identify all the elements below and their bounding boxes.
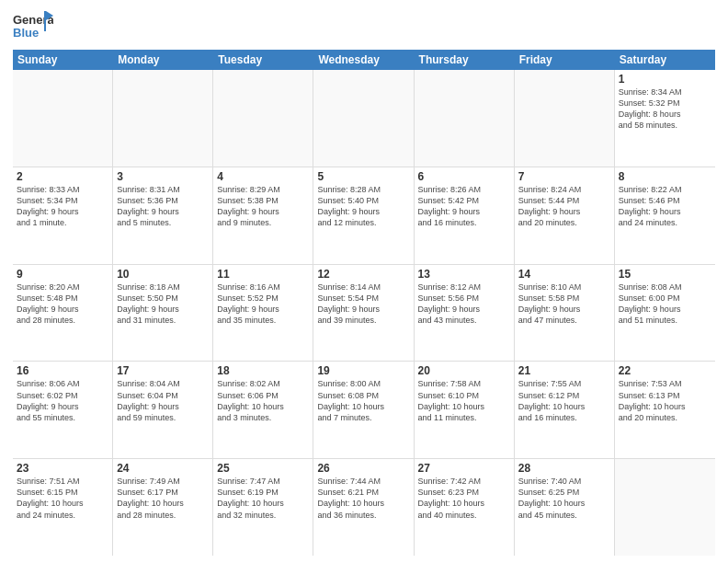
day-info: Sunrise: 8:20 AM Sunset: 5:48 PM Dayligh… [17, 282, 108, 327]
day-info: Sunrise: 7:51 AM Sunset: 6:15 PM Dayligh… [17, 476, 108, 521]
day-info: Sunrise: 8:34 AM Sunset: 5:32 PM Dayligh… [619, 86, 711, 132]
day-info: Sunrise: 8:06 AM Sunset: 6:02 PM Dayligh… [17, 378, 108, 423]
day-number: 22 [619, 364, 711, 377]
day-info: Sunrise: 8:12 AM Sunset: 5:56 PM Dayligh… [418, 282, 510, 327]
calendar-row-4: 23Sunrise: 7:51 AM Sunset: 6:15 PM Dayli… [13, 459, 715, 556]
day-number: 28 [518, 462, 610, 475]
day-info: Sunrise: 8:04 AM Sunset: 6:04 PM Dayligh… [117, 378, 209, 423]
day-info: Sunrise: 8:00 AM Sunset: 6:08 PM Dayligh… [317, 378, 409, 423]
day-cell-28: 28Sunrise: 7:40 AM Sunset: 6:25 PM Dayli… [515, 459, 615, 556]
day-number: 8 [619, 170, 711, 183]
day-number: 5 [317, 170, 409, 183]
day-cell-9: 9Sunrise: 8:20 AM Sunset: 5:48 PM Daylig… [13, 265, 113, 362]
day-cell-14: 14Sunrise: 8:10 AM Sunset: 5:58 PM Dayli… [515, 265, 615, 362]
day-info: Sunrise: 8:18 AM Sunset: 5:50 PM Dayligh… [117, 282, 209, 327]
day-info: Sunrise: 8:33 AM Sunset: 5:34 PM Dayligh… [17, 184, 108, 229]
day-cell-24: 24Sunrise: 7:49 AM Sunset: 6:17 PM Dayli… [113, 459, 213, 556]
empty-cell [13, 70, 113, 167]
day-info: Sunrise: 8:22 AM Sunset: 5:46 PM Dayligh… [619, 184, 711, 229]
day-number: 6 [418, 170, 510, 183]
day-number: 7 [518, 170, 610, 183]
day-info: Sunrise: 8:31 AM Sunset: 5:36 PM Dayligh… [117, 184, 209, 229]
svg-rect-3 [44, 11, 46, 31]
day-cell-22: 22Sunrise: 7:53 AM Sunset: 6:13 PM Dayli… [615, 362, 715, 458]
day-number: 26 [317, 462, 409, 475]
day-number: 13 [418, 268, 510, 281]
weekday-header-thursday: Thursday [415, 50, 515, 70]
day-number: 3 [117, 170, 209, 183]
day-info: Sunrise: 7:49 AM Sunset: 6:17 PM Dayligh… [117, 476, 209, 521]
day-cell-15: 15Sunrise: 8:08 AM Sunset: 6:00 PM Dayli… [615, 265, 715, 362]
day-number: 9 [17, 268, 108, 281]
day-number: 17 [117, 364, 209, 377]
day-cell-6: 6Sunrise: 8:26 AM Sunset: 5:42 PM Daylig… [415, 167, 515, 264]
day-cell-3: 3Sunrise: 8:31 AM Sunset: 5:36 PM Daylig… [113, 167, 213, 264]
calendar-row-0: 1Sunrise: 8:34 AM Sunset: 5:32 PM Daylig… [13, 70, 715, 167]
day-number: 12 [317, 268, 409, 281]
empty-cell [313, 70, 414, 167]
day-info: Sunrise: 8:26 AM Sunset: 5:42 PM Dayligh… [418, 184, 510, 229]
calendar-row-2: 9Sunrise: 8:20 AM Sunset: 5:48 PM Daylig… [13, 265, 715, 362]
day-cell-26: 26Sunrise: 7:44 AM Sunset: 6:21 PM Dayli… [313, 459, 414, 556]
day-cell-23: 23Sunrise: 7:51 AM Sunset: 6:15 PM Dayli… [13, 459, 113, 556]
day-cell-8: 8Sunrise: 8:22 AM Sunset: 5:46 PM Daylig… [615, 167, 715, 264]
empty-cell [113, 70, 213, 167]
calendar-row-3: 16Sunrise: 8:06 AM Sunset: 6:02 PM Dayli… [13, 362, 715, 459]
day-info: Sunrise: 8:14 AM Sunset: 5:54 PM Dayligh… [317, 282, 409, 327]
day-cell-21: 21Sunrise: 7:55 AM Sunset: 6:12 PM Dayli… [515, 362, 615, 458]
calendar-header: SundayMondayTuesdayWednesdayThursdayFrid… [13, 50, 715, 70]
day-number: 20 [418, 364, 510, 377]
day-info: Sunrise: 7:47 AM Sunset: 6:19 PM Dayligh… [217, 476, 309, 521]
weekday-header-saturday: Saturday [615, 50, 715, 70]
day-cell-4: 4Sunrise: 8:29 AM Sunset: 5:38 PM Daylig… [213, 167, 313, 264]
logo: General Blue [13, 9, 53, 42]
weekday-header-monday: Monday [113, 50, 213, 70]
day-info: Sunrise: 8:02 AM Sunset: 6:06 PM Dayligh… [217, 378, 309, 423]
day-cell-27: 27Sunrise: 7:42 AM Sunset: 6:23 PM Dayli… [415, 459, 515, 556]
day-number: 11 [217, 268, 309, 281]
logo-icon: General Blue [13, 9, 53, 42]
day-cell-2: 2Sunrise: 8:33 AM Sunset: 5:34 PM Daylig… [13, 167, 113, 264]
day-info: Sunrise: 8:08 AM Sunset: 6:00 PM Dayligh… [619, 282, 711, 327]
calendar-row-1: 2Sunrise: 8:33 AM Sunset: 5:34 PM Daylig… [13, 167, 715, 265]
calendar: SundayMondayTuesdayWednesdayThursdayFrid… [13, 50, 715, 556]
weekday-header-tuesday: Tuesday [213, 50, 313, 70]
day-info: Sunrise: 8:10 AM Sunset: 5:58 PM Dayligh… [518, 282, 610, 327]
day-cell-17: 17Sunrise: 8:04 AM Sunset: 6:04 PM Dayli… [113, 362, 213, 458]
day-number: 25 [217, 462, 309, 475]
empty-cell [213, 70, 313, 167]
day-info: Sunrise: 8:16 AM Sunset: 5:52 PM Dayligh… [217, 282, 309, 327]
day-cell-11: 11Sunrise: 8:16 AM Sunset: 5:52 PM Dayli… [213, 265, 313, 362]
day-number: 19 [317, 364, 409, 377]
day-cell-19: 19Sunrise: 8:00 AM Sunset: 6:08 PM Dayli… [313, 362, 414, 458]
day-cell-1: 1Sunrise: 8:34 AM Sunset: 5:32 PM Daylig… [615, 70, 715, 167]
weekday-header-wednesday: Wednesday [313, 50, 414, 70]
day-number: 4 [217, 170, 309, 183]
day-cell-13: 13Sunrise: 8:12 AM Sunset: 5:56 PM Dayli… [415, 265, 515, 362]
empty-cell [615, 459, 715, 556]
day-cell-20: 20Sunrise: 7:58 AM Sunset: 6:10 PM Dayli… [415, 362, 515, 458]
day-info: Sunrise: 7:42 AM Sunset: 6:23 PM Dayligh… [418, 476, 510, 521]
weekday-header-sunday: Sunday [13, 50, 113, 70]
day-info: Sunrise: 7:40 AM Sunset: 6:25 PM Dayligh… [518, 476, 610, 521]
day-info: Sunrise: 7:53 AM Sunset: 6:13 PM Dayligh… [619, 378, 711, 423]
day-info: Sunrise: 8:28 AM Sunset: 5:40 PM Dayligh… [317, 184, 409, 229]
day-info: Sunrise: 8:24 AM Sunset: 5:44 PM Dayligh… [518, 184, 610, 229]
header: General Blue [13, 9, 715, 42]
day-number: 2 [17, 170, 108, 183]
day-cell-12: 12Sunrise: 8:14 AM Sunset: 5:54 PM Dayli… [313, 265, 414, 362]
day-number: 16 [17, 364, 108, 377]
day-number: 15 [619, 268, 711, 281]
empty-cell [515, 70, 615, 167]
day-cell-5: 5Sunrise: 8:28 AM Sunset: 5:40 PM Daylig… [313, 167, 414, 264]
page: General Blue SundayMondayTuesdayWednesda… [0, 0, 728, 563]
day-info: Sunrise: 8:29 AM Sunset: 5:38 PM Dayligh… [217, 184, 309, 229]
day-cell-16: 16Sunrise: 8:06 AM Sunset: 6:02 PM Dayli… [13, 362, 113, 458]
day-cell-7: 7Sunrise: 8:24 AM Sunset: 5:44 PM Daylig… [515, 167, 615, 264]
day-cell-25: 25Sunrise: 7:47 AM Sunset: 6:19 PM Dayli… [213, 459, 313, 556]
day-info: Sunrise: 7:55 AM Sunset: 6:12 PM Dayligh… [518, 378, 610, 423]
calendar-body: 1Sunrise: 8:34 AM Sunset: 5:32 PM Daylig… [13, 70, 715, 556]
day-number: 1 [619, 73, 711, 86]
day-cell-18: 18Sunrise: 8:02 AM Sunset: 6:06 PM Dayli… [213, 362, 313, 458]
svg-text:Blue: Blue [13, 26, 39, 40]
